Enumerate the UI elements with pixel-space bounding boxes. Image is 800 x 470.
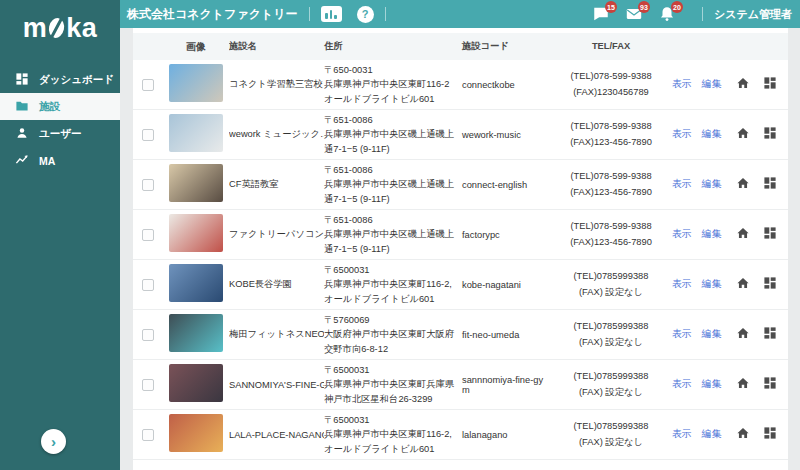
sidebar: moka ダッシュボード 施設 ユーザー MA › bbox=[0, 0, 120, 470]
row-checkbox[interactable] bbox=[142, 179, 154, 191]
checkbox-cell bbox=[133, 379, 163, 391]
facility-address: 〒651-0086 兵庫県神戸市中央区磯上通磯上通7-1−5 (9-11F) bbox=[324, 213, 462, 256]
show-link[interactable]: 表示 bbox=[672, 278, 692, 291]
address-text: 兵庫県神戸市中央区東町兵庫県神戸市北区星和台26-3299 bbox=[324, 377, 456, 406]
facility-telfax: (TEL)0785999388 (FAX) 設定なし bbox=[550, 269, 672, 301]
bell-icon[interactable]: 20 bbox=[658, 5, 676, 23]
help-icon[interactable]: ? bbox=[357, 6, 374, 23]
sidebar-item-users[interactable]: ユーザー bbox=[0, 120, 120, 147]
grid-icon[interactable] bbox=[763, 176, 777, 194]
home-icon[interactable] bbox=[736, 376, 750, 394]
edit-link[interactable]: 編集 bbox=[702, 128, 722, 141]
facility-code: factorypc bbox=[462, 230, 550, 240]
sidebar-item-dashboard[interactable]: ダッシュボード bbox=[0, 66, 120, 93]
header-code: 施設コード bbox=[462, 40, 550, 53]
edit-link[interactable]: 編集 bbox=[702, 228, 722, 241]
grid-icon[interactable] bbox=[763, 376, 777, 394]
fax-number: (FAX)123-456-7890 bbox=[550, 185, 672, 201]
tel-number: (TEL)0785999388 bbox=[550, 369, 672, 385]
edit-link[interactable]: 編集 bbox=[702, 428, 722, 441]
home-icon[interactable] bbox=[736, 226, 750, 244]
facility-table-card: 画像 施設名 住所 施設コード TEL/FAX コネクト学習塾三宮校 〒650-… bbox=[133, 28, 788, 470]
company-name: 株式会社コネクトファクトリー bbox=[120, 6, 298, 23]
divider bbox=[385, 7, 386, 21]
checkbox-cell bbox=[133, 179, 163, 191]
home-icon[interactable] bbox=[736, 76, 750, 94]
row-checkbox[interactable] bbox=[142, 229, 154, 241]
current-user[interactable]: システム管理者 bbox=[714, 7, 800, 22]
edit-link[interactable]: 編集 bbox=[702, 378, 722, 391]
sidebar-item-facilities[interactable]: 施設 bbox=[0, 93, 120, 120]
checkbox-cell bbox=[133, 279, 163, 291]
show-link[interactable]: 表示 bbox=[672, 228, 692, 241]
row-checkbox[interactable] bbox=[142, 79, 154, 91]
postal-code: 〒6500031 bbox=[324, 263, 456, 277]
show-link[interactable]: 表示 bbox=[672, 378, 692, 391]
edit-link[interactable]: 編集 bbox=[702, 328, 722, 341]
facility-telfax: (TEL)078-599-9388 (FAX)123-456-7890 bbox=[550, 169, 672, 201]
facility-code: fit-neo-umeda bbox=[462, 330, 550, 340]
bar-chart-icon[interactable] bbox=[321, 6, 342, 22]
facility-address: 〒6500031 兵庫県神戸市中央区東町兵庫県神戸市北区星和台26-3299 bbox=[324, 363, 462, 406]
sidebar-item-ma[interactable]: MA bbox=[0, 147, 120, 174]
facility-address: 〒651-0086 兵庫県神戸市中央区磯上通磯上通7-1−5 (9-11F) bbox=[324, 163, 462, 206]
chat-icon[interactable]: 15 bbox=[592, 5, 610, 23]
postal-code: 〒651-0086 bbox=[324, 213, 456, 227]
address-text: 兵庫県神戸市中央区東町116-2オールドブライトビル601 bbox=[324, 77, 456, 106]
show-link[interactable]: 表示 bbox=[672, 178, 692, 191]
show-link[interactable]: 表示 bbox=[672, 78, 692, 91]
edit-link[interactable]: 編集 bbox=[702, 78, 722, 91]
address-text: 兵庫県神戸市中央区磯上通磯上通7-1−5 (9-11F) bbox=[324, 177, 456, 206]
home-icon[interactable] bbox=[736, 276, 750, 294]
row-checkbox[interactable] bbox=[142, 129, 154, 141]
row-checkbox[interactable] bbox=[142, 429, 154, 441]
table-row: LALA-PLACE-NAGANO 〒6500031 兵庫県神戸市中央区東町11… bbox=[133, 410, 788, 460]
facility-thumbnail bbox=[169, 364, 223, 402]
facility-thumbnail bbox=[169, 314, 223, 352]
facility-name: CF英語教室 bbox=[229, 178, 324, 191]
edit-link[interactable]: 編集 bbox=[702, 278, 722, 291]
image-cell bbox=[163, 114, 229, 156]
grid-icon[interactable] bbox=[763, 426, 777, 444]
facility-code: lalanagano bbox=[462, 430, 550, 440]
tel-number: (TEL)0785999388 bbox=[550, 319, 672, 335]
facility-address: 〒650-0031 兵庫県神戸市中央区東町116-2オールドブライトビル601 bbox=[324, 63, 462, 106]
edit-link[interactable]: 編集 bbox=[702, 178, 722, 191]
show-link[interactable]: 表示 bbox=[672, 128, 692, 141]
image-cell bbox=[163, 314, 229, 356]
row-checkbox[interactable] bbox=[142, 379, 154, 391]
home-icon[interactable] bbox=[736, 426, 750, 444]
show-link[interactable]: 表示 bbox=[672, 428, 692, 441]
row-checkbox[interactable] bbox=[142, 279, 154, 291]
facility-code: kobe-nagatani bbox=[462, 280, 550, 290]
logo-text: m bbox=[23, 13, 48, 44]
user-icon bbox=[15, 126, 29, 142]
grid-icon[interactable] bbox=[763, 326, 777, 344]
sidebar-item-label: MA bbox=[39, 155, 55, 167]
table-row: 梅田フィットネスNEO 〒5760069 大阪府神戸市中央区東町大阪府交野市向6… bbox=[133, 310, 788, 360]
home-icon[interactable] bbox=[736, 176, 750, 194]
actions-cell: 表示 編集 bbox=[672, 428, 736, 441]
grid-icon[interactable] bbox=[763, 76, 777, 94]
image-cell bbox=[163, 414, 229, 456]
postal-code: 〒6500031 bbox=[324, 413, 456, 427]
postal-code: 〒6500031 bbox=[324, 363, 456, 377]
facility-name: LALA-PLACE-NAGANO bbox=[229, 430, 324, 440]
grid-icon[interactable] bbox=[763, 276, 777, 294]
grid-icon[interactable] bbox=[763, 126, 777, 144]
table-row: KOBE長谷学園 〒6500031 兵庫県神戸市中央区東町116-2, オールド… bbox=[133, 260, 788, 310]
grid-icon[interactable] bbox=[763, 226, 777, 244]
mail-icon[interactable]: 93 bbox=[625, 5, 643, 23]
fax-number: (FAX) 設定なし bbox=[550, 285, 672, 301]
show-link[interactable]: 表示 bbox=[672, 328, 692, 341]
row-checkbox[interactable] bbox=[142, 329, 154, 341]
home-icon[interactable] bbox=[736, 326, 750, 344]
table-row: ファクトリーパソコン… 〒651-0086 兵庫県神戸市中央区磯上通磯上通7-1… bbox=[133, 210, 788, 260]
facility-code: wework-music bbox=[462, 130, 550, 140]
sidebar-expand-button[interactable]: › bbox=[41, 429, 66, 454]
address-text: 兵庫県神戸市中央区磯上通磯上通7-1−5 (9-11F) bbox=[324, 227, 456, 256]
facility-thumbnail bbox=[169, 414, 223, 452]
home-icon[interactable] bbox=[736, 126, 750, 144]
mail-badge: 93 bbox=[638, 1, 650, 13]
facility-telfax: (TEL)0785999388 (FAX) 設定なし bbox=[550, 369, 672, 401]
